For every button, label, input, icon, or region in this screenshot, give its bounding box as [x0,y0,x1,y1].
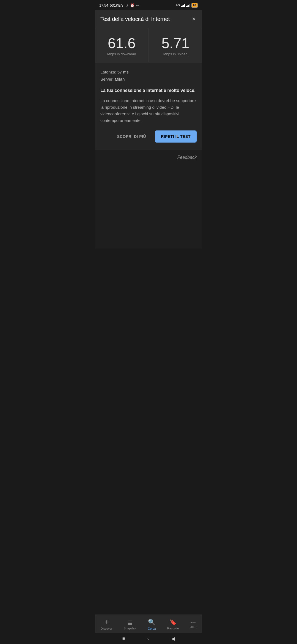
latency-label: Latenza: [100,70,116,74]
action-buttons: SCOPRI DI PIÙ RIPETI IL TEST [100,130,197,143]
feedback-link[interactable]: Feedback [177,155,197,160]
status-time: 17:54 [99,3,108,7]
latency-server-info: Latenza: 57 ms Server: Milan [100,69,197,83]
info-section: Latenza: 57 ms Server: Milan La tua conn… [95,62,202,149]
signal-strength-icon [181,3,185,7]
upload-result: 5.71 Mbps in upload [149,28,202,62]
connection-summary: La tua connessione a Internet è molto ve… [100,88,197,94]
speed-results-container: 61.6 Mbps in download 5.71 Mbps in uploa… [95,28,202,62]
download-result: 61.6 Mbps in download [95,28,149,62]
upload-value: 5.71 [153,36,198,50]
download-label: Mbps in download [99,52,144,56]
server-value: Milan [115,77,125,81]
signal-4g-icon: 4G [176,4,180,7]
dots-icon: ··· [136,3,139,7]
server-info: Server: Milan [100,76,197,83]
feedback-area: Feedback [95,149,202,249]
status-speed: 531KB/s [110,3,123,7]
moon-icon: ☽ [125,3,128,7]
status-left: 17:54 531KB/s ☽ ⏰ ··· [99,3,139,7]
repeat-test-button[interactable]: RIPETI IL TEST [155,130,197,143]
signal-strength-2-icon [186,3,190,7]
alarm-icon: ⏰ [130,3,134,7]
upload-label: Mbps in upload [153,52,198,56]
close-button[interactable]: × [191,14,197,24]
battery-indicator: 66 [191,3,198,8]
app-title: Test della velocità di Internet [100,16,191,22]
download-value: 61.6 [99,36,144,50]
status-bar: 17:54 531KB/s ☽ ⏰ ··· 4G 66 [95,0,202,10]
connection-detail: La connessione Internet in uso dovrebbe … [100,97,197,124]
app-header: Test della velocità di Internet × [95,10,202,28]
latency-value: 57 ms [117,70,129,74]
status-right: 4G 66 [176,3,198,8]
latency-info: Latenza: 57 ms [100,69,197,76]
server-label: Server: [100,77,114,81]
learn-more-button[interactable]: SCOPRI DI PIÙ [113,132,150,141]
